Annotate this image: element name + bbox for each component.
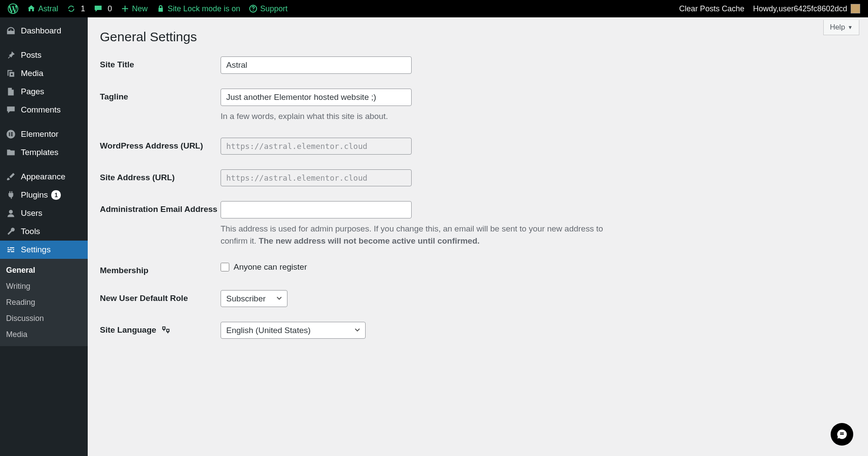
label-wp-address: WordPress Address (URL): [100, 138, 221, 151]
folder-icon: [6, 148, 16, 157]
plus-icon: [121, 4, 129, 13]
comment-icon: [94, 4, 102, 13]
page-title: General Settings: [100, 30, 856, 44]
sidebar-item-media[interactable]: Media: [0, 64, 88, 83]
default-role-select[interactable]: Subscriber: [221, 290, 287, 307]
help-tab[interactable]: Help ▼: [823, 20, 859, 35]
adminbar-clear-cache[interactable]: Clear Posts Cache: [675, 0, 749, 17]
label-admin-email: Administration Email Address: [100, 201, 221, 214]
elementor-icon: [6, 129, 16, 139]
media-icon: [6, 69, 16, 78]
chat-fab[interactable]: [831, 423, 853, 446]
brush-icon: [6, 172, 16, 182]
sidebar-item-posts[interactable]: Posts: [0, 46, 88, 64]
comment-icon: [6, 105, 16, 115]
wrench-icon: [6, 227, 16, 236]
admin-sidebar: Dashboard Posts Media Pages Comments Ele…: [0, 17, 88, 456]
user-icon: [6, 208, 16, 218]
adminbar-comments-count: 0: [108, 4, 112, 13]
sidebar-item-dashboard[interactable]: Dashboard: [0, 22, 88, 40]
adminbar-site-name: Astral: [38, 4, 58, 13]
pin-icon: [6, 50, 16, 60]
lock-icon: [156, 4, 165, 13]
site-title-input[interactable]: [221, 56, 412, 74]
sidebar-item-plugins[interactable]: Plugins 1: [0, 186, 88, 204]
svg-rect-4: [11, 132, 13, 133]
sidebar-item-elementor[interactable]: Elementor: [0, 125, 88, 143]
submenu-reading[interactable]: Reading: [0, 294, 88, 311]
tagline-input[interactable]: [221, 89, 412, 106]
adminbar-updates[interactable]: 1: [63, 0, 89, 17]
adminbar-site-link[interactable]: Astral: [23, 0, 63, 17]
submenu-general[interactable]: General: [0, 262, 88, 278]
label-site-language: Site Language: [100, 322, 221, 335]
sidebar-item-tools[interactable]: Tools: [0, 222, 88, 241]
submenu-discussion[interactable]: Discussion: [0, 311, 88, 327]
adminbar-comments[interactable]: 0: [89, 0, 116, 17]
dashboard-icon: [6, 26, 16, 36]
translate-icon: [161, 325, 171, 335]
adminbar-sitelock-label: Site Lock mode is on: [168, 4, 240, 13]
submenu-media[interactable]: Media: [0, 327, 88, 343]
plug-icon: [6, 190, 16, 200]
label-default-role: New User Default Role: [100, 290, 221, 303]
sidebar-item-appearance[interactable]: Appearance: [0, 168, 88, 186]
svg-rect-3: [9, 132, 10, 136]
adminbar-new-label: New: [132, 4, 148, 13]
admin-email-input[interactable]: [221, 201, 412, 218]
sidebar-item-pages[interactable]: Pages: [0, 83, 88, 101]
tagline-help: In a few words, explain what this site i…: [221, 110, 629, 123]
adminbar-support[interactable]: Support: [244, 0, 292, 17]
label-site-title: Site Title: [100, 56, 221, 69]
svg-rect-6: [11, 135, 13, 136]
site-address-input: [221, 169, 412, 186]
page-icon: [6, 87, 16, 96]
help-icon: [249, 4, 257, 13]
adminbar-sitelock[interactable]: Site Lock mode is on: [152, 0, 244, 17]
sidebar-item-users[interactable]: Users: [0, 204, 88, 222]
svg-point-1: [253, 10, 254, 11]
adminbar-updates-count: 1: [81, 4, 85, 13]
sidebar-item-comments[interactable]: Comments: [0, 101, 88, 119]
wp-address-input: [221, 138, 412, 155]
submenu-writing[interactable]: Writing: [0, 278, 88, 294]
svg-point-7: [9, 210, 13, 214]
adminbar-new[interactable]: New: [116, 0, 152, 17]
label-tagline: Tagline: [100, 89, 221, 102]
refresh-icon: [67, 4, 76, 13]
adminbar-account[interactable]: Howdy, user6425fc8602dcd: [749, 0, 865, 17]
label-membership: Membership: [100, 262, 221, 275]
chat-icon: [836, 429, 848, 440]
admin-bar: Astral 1 0 New Site Lock mode is on Supp…: [0, 0, 868, 17]
svg-rect-5: [11, 134, 13, 135]
label-site-address: Site Address (URL): [100, 169, 221, 182]
sliders-icon: [6, 245, 16, 254]
chevron-down-icon: ▼: [848, 24, 853, 30]
plugins-badge: 1: [51, 190, 61, 200]
site-language-select[interactable]: English (United States): [221, 322, 366, 339]
membership-checkbox-label[interactable]: Anyone can register: [234, 262, 307, 272]
adminbar-support-label: Support: [260, 4, 287, 13]
sidebar-item-settings[interactable]: Settings: [0, 241, 88, 259]
sidebar-item-templates[interactable]: Templates: [0, 143, 88, 162]
settings-submenu: General Writing Reading Discussion Media: [0, 259, 88, 346]
wordpress-logo[interactable]: [3, 0, 23, 17]
membership-checkbox[interactable]: [221, 263, 229, 271]
avatar: [851, 4, 860, 13]
home-icon: [27, 4, 36, 13]
admin-email-help: This address is used for admin purposes.…: [221, 223, 629, 248]
content-area: Help ▼ General Settings Site Title Tagli…: [88, 17, 868, 456]
